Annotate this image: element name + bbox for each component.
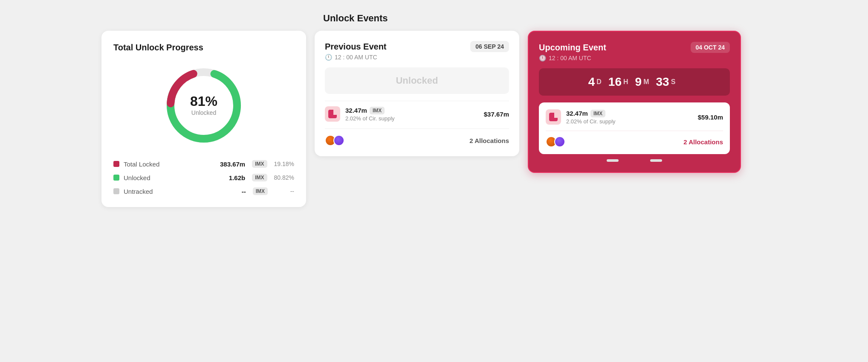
previous-alloc-footer: 2 Allocations xyxy=(325,128,509,146)
scroll-dot-3 xyxy=(636,159,648,162)
legend-dot-unlocked xyxy=(113,175,119,181)
countdown-days-num: 4 xyxy=(588,75,595,89)
scroll-dot-1 xyxy=(607,159,619,162)
previous-event-card: Previous Event 06 SEP 24 🕛 12 : 00 AM UT… xyxy=(315,31,519,156)
previous-event-header: Previous Event 06 SEP 24 xyxy=(325,41,509,52)
legend-item-untracked: Untracked -- IMX -- xyxy=(113,187,294,195)
countdown-seconds-num: 33 xyxy=(656,75,669,89)
previous-alloc-count: 2 Allocations xyxy=(469,137,509,144)
legend-pct-unlocked: 80.82% xyxy=(274,174,294,181)
countdown-days-unit: D xyxy=(596,78,602,86)
upcoming-event-time-text: 12 : 00 AM UTC xyxy=(549,55,591,61)
upcoming-event-title: Upcoming Event xyxy=(539,43,606,53)
previous-token-icon xyxy=(325,106,340,122)
cards-row: Total Unlock Progress 81% Unlocked xyxy=(101,31,767,207)
countdown-minutes-unit: M xyxy=(643,78,649,86)
previous-event-title: Previous Event xyxy=(325,42,387,52)
progress-card-title: Total Unlock Progress xyxy=(113,43,294,53)
upcoming-avatar-purple xyxy=(554,136,565,147)
legend-value-unlocked: 1.62b xyxy=(229,174,245,181)
upcoming-alloc-row: 32.47m IMX 2.02% of Cir. supply $59.10m xyxy=(546,109,723,125)
legend-name-locked: Total Locked xyxy=(124,161,216,168)
scroll-dot-2 xyxy=(621,159,633,162)
donut-center: 81% Unlocked xyxy=(190,94,217,117)
previous-alloc-supply: 2.02% of Cir. supply xyxy=(345,115,479,122)
upcoming-token-icon xyxy=(546,109,561,125)
legend-pct-locked: 19.18% xyxy=(274,161,294,167)
scroll-indicators xyxy=(539,159,730,162)
upcoming-alloc-usd: $59.10m xyxy=(698,114,723,121)
unlock-events-title: Unlock Events xyxy=(323,13,767,24)
upcoming-clock-icon: 🕛 xyxy=(539,55,546,61)
countdown-seconds-unit: S xyxy=(671,78,676,86)
previous-allocation-row: 32.47m IMX 2.02% of Cir. supply $37.67m xyxy=(325,101,509,122)
previous-alloc-badge: IMX xyxy=(370,107,385,114)
upcoming-token-icon-shape xyxy=(549,113,558,121)
previous-alloc-avatars xyxy=(325,135,342,146)
donut-percent: 81% xyxy=(190,94,217,109)
legend-dot-locked xyxy=(113,161,119,167)
legend-value-untracked: -- xyxy=(242,188,246,195)
progress-card: Total Unlock Progress 81% Unlocked xyxy=(101,31,306,207)
countdown-minutes-num: 9 xyxy=(635,75,642,89)
previous-event-time-text: 12 : 00 AM UTC xyxy=(335,54,377,61)
upcoming-event-time: 🕛 12 : 00 AM UTC xyxy=(539,55,730,61)
countdown-hours-unit: H xyxy=(623,78,628,86)
upcoming-alloc-supply: 2.02% of Cir. supply xyxy=(566,118,693,125)
donut-label: Unlocked xyxy=(191,110,216,117)
previous-event-date: 06 SEP 24 xyxy=(470,41,509,52)
legend-name-untracked: Untracked xyxy=(124,188,237,195)
countdown-box: 4 D 16 H 9 M 33 S xyxy=(539,68,730,96)
legend-name-unlocked: Unlocked xyxy=(124,174,225,181)
upcoming-inner-card: 32.47m IMX 2.02% of Cir. supply $59.10m … xyxy=(539,102,730,154)
upcoming-event-card: Upcoming Event 04 OCT 24 🕛 12 : 00 AM UT… xyxy=(528,31,741,173)
upcoming-alloc-count: 2 Allocations xyxy=(683,138,723,146)
donut-container: 81% Unlocked xyxy=(113,63,294,148)
legend-badge-untracked: IMX xyxy=(253,187,268,195)
previous-alloc-amount-text: 32.47m xyxy=(345,107,367,114)
upcoming-alloc-info: 32.47m IMX 2.02% of Cir. supply xyxy=(566,110,693,125)
upcoming-alloc-amount-text: 32.47m xyxy=(566,110,588,117)
previous-alloc-amount: 32.47m IMX xyxy=(345,107,479,114)
main-container: Unlock Events Total Unlock Progress 81% xyxy=(101,13,767,207)
legend-value-locked: 383.67m xyxy=(220,161,245,168)
upcoming-alloc-amount: 32.47m IMX xyxy=(566,110,693,117)
unlocked-status-box: Unlocked xyxy=(325,67,509,94)
upcoming-event-header: Upcoming Event 04 OCT 24 xyxy=(539,42,730,53)
legend-item-unlocked: Unlocked 1.62b IMX 80.82% xyxy=(113,174,294,181)
upcoming-alloc-badge: IMX xyxy=(590,110,605,117)
legend-badge-locked: IMX xyxy=(252,160,267,168)
previous-event-time: 🕛 12 : 00 AM UTC xyxy=(325,54,509,61)
previous-alloc-info: 32.47m IMX 2.02% of Cir. supply xyxy=(345,107,479,122)
countdown-hours-num: 16 xyxy=(608,75,622,89)
token-icon-shape xyxy=(328,110,337,118)
clock-icon: 🕛 xyxy=(325,54,332,61)
legend: Total Locked 383.67m IMX 19.18% Unlocked… xyxy=(113,160,294,195)
legend-pct-untracked: -- xyxy=(275,188,294,195)
legend-dot-untracked xyxy=(113,188,119,194)
scroll-dot-4 xyxy=(650,159,662,162)
legend-item-locked: Total Locked 383.67m IMX 19.18% xyxy=(113,160,294,168)
legend-badge-unlocked: IMX xyxy=(252,174,267,181)
donut-chart: 81% Unlocked xyxy=(161,63,246,148)
upcoming-event-date: 04 OCT 24 xyxy=(691,42,730,53)
upcoming-alloc-avatars xyxy=(546,136,563,147)
avatar-purple xyxy=(333,135,344,146)
previous-alloc-usd: $37.67m xyxy=(484,111,509,118)
upcoming-footer: 2 Allocations xyxy=(546,131,723,147)
